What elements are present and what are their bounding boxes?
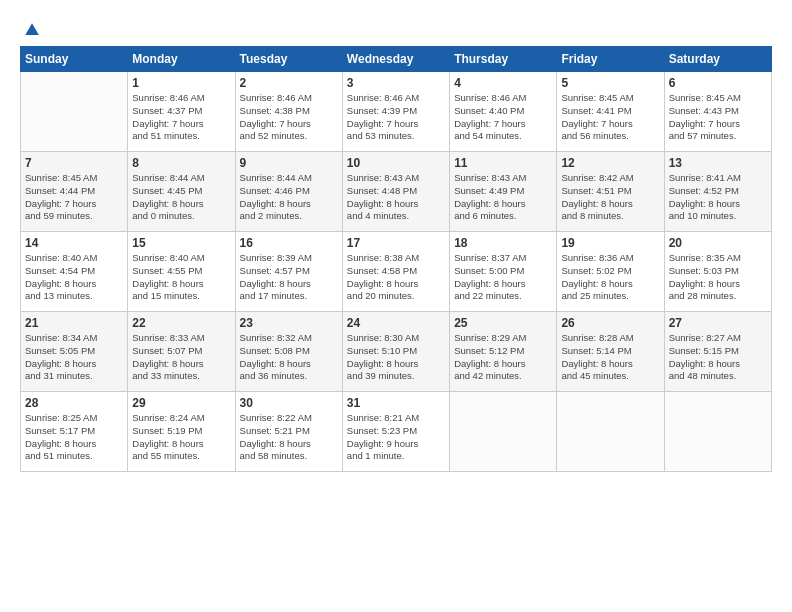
calendar-cell: 18Sunrise: 8:37 AM Sunset: 5:00 PM Dayli…: [450, 232, 557, 312]
day-number: 26: [561, 316, 659, 330]
day-number: 21: [25, 316, 123, 330]
day-number: 5: [561, 76, 659, 90]
day-number: 7: [25, 156, 123, 170]
calendar-cell: 11Sunrise: 8:43 AM Sunset: 4:49 PM Dayli…: [450, 152, 557, 232]
cell-content: Sunrise: 8:40 AM Sunset: 4:55 PM Dayligh…: [132, 252, 230, 303]
logo: [20, 20, 46, 40]
day-number: 25: [454, 316, 552, 330]
day-number: 23: [240, 316, 338, 330]
day-number: 16: [240, 236, 338, 250]
calendar-cell: 17Sunrise: 8:38 AM Sunset: 4:58 PM Dayli…: [342, 232, 449, 312]
day-number: 18: [454, 236, 552, 250]
calendar-cell: 10Sunrise: 8:43 AM Sunset: 4:48 PM Dayli…: [342, 152, 449, 232]
calendar-cell: 24Sunrise: 8:30 AM Sunset: 5:10 PM Dayli…: [342, 312, 449, 392]
day-number: 4: [454, 76, 552, 90]
cell-content: Sunrise: 8:43 AM Sunset: 4:49 PM Dayligh…: [454, 172, 552, 223]
calendar-cell: 14Sunrise: 8:40 AM Sunset: 4:54 PM Dayli…: [21, 232, 128, 312]
header: [20, 16, 772, 40]
cell-content: Sunrise: 8:27 AM Sunset: 5:15 PM Dayligh…: [669, 332, 767, 383]
week-row-2: 7Sunrise: 8:45 AM Sunset: 4:44 PM Daylig…: [21, 152, 772, 232]
calendar-cell: 3Sunrise: 8:46 AM Sunset: 4:39 PM Daylig…: [342, 72, 449, 152]
cell-content: Sunrise: 8:46 AM Sunset: 4:38 PM Dayligh…: [240, 92, 338, 143]
calendar-cell: [557, 392, 664, 472]
header-cell-thursday: Thursday: [450, 47, 557, 72]
calendar-cell: 13Sunrise: 8:41 AM Sunset: 4:52 PM Dayli…: [664, 152, 771, 232]
cell-content: Sunrise: 8:21 AM Sunset: 5:23 PM Dayligh…: [347, 412, 445, 463]
day-number: 14: [25, 236, 123, 250]
day-number: 17: [347, 236, 445, 250]
cell-content: Sunrise: 8:43 AM Sunset: 4:48 PM Dayligh…: [347, 172, 445, 223]
calendar-cell: 25Sunrise: 8:29 AM Sunset: 5:12 PM Dayli…: [450, 312, 557, 392]
day-number: 10: [347, 156, 445, 170]
day-number: 12: [561, 156, 659, 170]
cell-content: Sunrise: 8:46 AM Sunset: 4:39 PM Dayligh…: [347, 92, 445, 143]
day-number: 27: [669, 316, 767, 330]
day-number: 3: [347, 76, 445, 90]
day-number: 31: [347, 396, 445, 410]
header-cell-wednesday: Wednesday: [342, 47, 449, 72]
calendar-cell: 4Sunrise: 8:46 AM Sunset: 4:40 PM Daylig…: [450, 72, 557, 152]
day-number: 9: [240, 156, 338, 170]
calendar-cell: 5Sunrise: 8:45 AM Sunset: 4:41 PM Daylig…: [557, 72, 664, 152]
day-number: 20: [669, 236, 767, 250]
header-row: SundayMondayTuesdayWednesdayThursdayFrid…: [21, 47, 772, 72]
logo-icon: [22, 20, 42, 40]
header-cell-friday: Friday: [557, 47, 664, 72]
calendar-cell: 1Sunrise: 8:46 AM Sunset: 4:37 PM Daylig…: [128, 72, 235, 152]
day-number: 6: [669, 76, 767, 90]
cell-content: Sunrise: 8:28 AM Sunset: 5:14 PM Dayligh…: [561, 332, 659, 383]
cell-content: Sunrise: 8:32 AM Sunset: 5:08 PM Dayligh…: [240, 332, 338, 383]
calendar-cell: 12Sunrise: 8:42 AM Sunset: 4:51 PM Dayli…: [557, 152, 664, 232]
cell-content: Sunrise: 8:46 AM Sunset: 4:40 PM Dayligh…: [454, 92, 552, 143]
day-number: 1: [132, 76, 230, 90]
calendar-cell: [664, 392, 771, 472]
calendar-cell: 20Sunrise: 8:35 AM Sunset: 5:03 PM Dayli…: [664, 232, 771, 312]
cell-content: Sunrise: 8:22 AM Sunset: 5:21 PM Dayligh…: [240, 412, 338, 463]
calendar-cell: 15Sunrise: 8:40 AM Sunset: 4:55 PM Dayli…: [128, 232, 235, 312]
day-number: 22: [132, 316, 230, 330]
calendar-cell: [21, 72, 128, 152]
day-number: 19: [561, 236, 659, 250]
calendar-cell: 29Sunrise: 8:24 AM Sunset: 5:19 PM Dayli…: [128, 392, 235, 472]
calendar-cell: 26Sunrise: 8:28 AM Sunset: 5:14 PM Dayli…: [557, 312, 664, 392]
cell-content: Sunrise: 8:45 AM Sunset: 4:44 PM Dayligh…: [25, 172, 123, 223]
calendar-cell: 30Sunrise: 8:22 AM Sunset: 5:21 PM Dayli…: [235, 392, 342, 472]
day-number: 15: [132, 236, 230, 250]
calendar-cell: 27Sunrise: 8:27 AM Sunset: 5:15 PM Dayli…: [664, 312, 771, 392]
header-cell-saturday: Saturday: [664, 47, 771, 72]
calendar-cell: 6Sunrise: 8:45 AM Sunset: 4:43 PM Daylig…: [664, 72, 771, 152]
day-number: 11: [454, 156, 552, 170]
calendar-cell: 9Sunrise: 8:44 AM Sunset: 4:46 PM Daylig…: [235, 152, 342, 232]
week-row-1: 1Sunrise: 8:46 AM Sunset: 4:37 PM Daylig…: [21, 72, 772, 152]
calendar-cell: 19Sunrise: 8:36 AM Sunset: 5:02 PM Dayli…: [557, 232, 664, 312]
cell-content: Sunrise: 8:41 AM Sunset: 4:52 PM Dayligh…: [669, 172, 767, 223]
day-number: 30: [240, 396, 338, 410]
cell-content: Sunrise: 8:36 AM Sunset: 5:02 PM Dayligh…: [561, 252, 659, 303]
calendar-cell: 8Sunrise: 8:44 AM Sunset: 4:45 PM Daylig…: [128, 152, 235, 232]
cell-content: Sunrise: 8:35 AM Sunset: 5:03 PM Dayligh…: [669, 252, 767, 303]
day-number: 8: [132, 156, 230, 170]
calendar-cell: [450, 392, 557, 472]
calendar-table: SundayMondayTuesdayWednesdayThursdayFrid…: [20, 46, 772, 472]
calendar-cell: 21Sunrise: 8:34 AM Sunset: 5:05 PM Dayli…: [21, 312, 128, 392]
day-number: 2: [240, 76, 338, 90]
cell-content: Sunrise: 8:39 AM Sunset: 4:57 PM Dayligh…: [240, 252, 338, 303]
cell-content: Sunrise: 8:40 AM Sunset: 4:54 PM Dayligh…: [25, 252, 123, 303]
day-number: 13: [669, 156, 767, 170]
cell-content: Sunrise: 8:34 AM Sunset: 5:05 PM Dayligh…: [25, 332, 123, 383]
calendar-page: SundayMondayTuesdayWednesdayThursdayFrid…: [0, 0, 792, 482]
header-cell-sunday: Sunday: [21, 47, 128, 72]
day-number: 24: [347, 316, 445, 330]
calendar-cell: 16Sunrise: 8:39 AM Sunset: 4:57 PM Dayli…: [235, 232, 342, 312]
header-cell-monday: Monday: [128, 47, 235, 72]
calendar-cell: 23Sunrise: 8:32 AM Sunset: 5:08 PM Dayli…: [235, 312, 342, 392]
calendar-cell: 7Sunrise: 8:45 AM Sunset: 4:44 PM Daylig…: [21, 152, 128, 232]
cell-content: Sunrise: 8:44 AM Sunset: 4:46 PM Dayligh…: [240, 172, 338, 223]
cell-content: Sunrise: 8:44 AM Sunset: 4:45 PM Dayligh…: [132, 172, 230, 223]
calendar-cell: 28Sunrise: 8:25 AM Sunset: 5:17 PM Dayli…: [21, 392, 128, 472]
week-row-4: 21Sunrise: 8:34 AM Sunset: 5:05 PM Dayli…: [21, 312, 772, 392]
header-cell-tuesday: Tuesday: [235, 47, 342, 72]
cell-content: Sunrise: 8:29 AM Sunset: 5:12 PM Dayligh…: [454, 332, 552, 383]
cell-content: Sunrise: 8:45 AM Sunset: 4:41 PM Dayligh…: [561, 92, 659, 143]
cell-content: Sunrise: 8:25 AM Sunset: 5:17 PM Dayligh…: [25, 412, 123, 463]
